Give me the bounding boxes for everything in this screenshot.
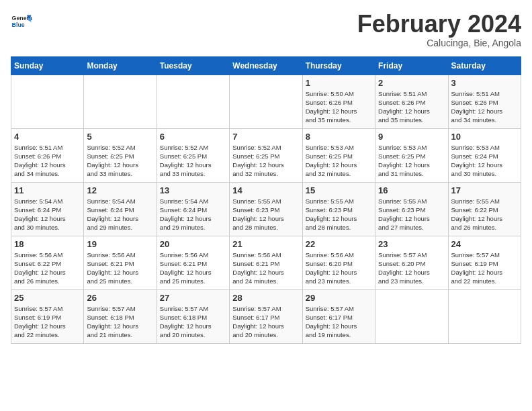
day-info: Sunrise: 5:53 AMSunset: 6:25 PMDaylight:…: [306, 143, 372, 179]
calendar-cell: 18Sunrise: 5:56 AMSunset: 6:22 PMDayligh…: [11, 236, 84, 289]
day-number: 29: [306, 293, 372, 303]
calendar-cell: [84, 75, 157, 128]
day-info: Sunrise: 5:56 AMSunset: 6:22 PMDaylight:…: [14, 250, 81, 286]
day-info: Sunrise: 5:50 AMSunset: 6:26 PMDaylight:…: [306, 89, 372, 125]
day-number: 1: [306, 78, 372, 88]
calendar-cell: 19Sunrise: 5:56 AMSunset: 6:21 PMDayligh…: [84, 236, 157, 289]
day-info: Sunrise: 5:57 AMSunset: 6:17 PMDaylight:…: [306, 304, 372, 340]
week-row-4: 18Sunrise: 5:56 AMSunset: 6:22 PMDayligh…: [11, 236, 521, 289]
calendar-cell: 21Sunrise: 5:56 AMSunset: 6:21 PMDayligh…: [230, 236, 302, 289]
day-number: 2: [378, 78, 445, 88]
calendar-cell: 9Sunrise: 5:53 AMSunset: 6:25 PMDaylight…: [375, 128, 448, 182]
calendar-cell: 11Sunrise: 5:54 AMSunset: 6:24 PMDayligh…: [11, 182, 84, 236]
day-number: 14: [232, 185, 299, 195]
calendar-cell: 4Sunrise: 5:51 AMSunset: 6:26 PMDaylight…: [11, 128, 84, 182]
day-info: Sunrise: 5:57 AMSunset: 6:19 PMDaylight:…: [14, 304, 81, 340]
calendar-cell: 14Sunrise: 5:55 AMSunset: 6:23 PMDayligh…: [230, 182, 302, 236]
calendar-cell: 24Sunrise: 5:57 AMSunset: 6:19 PMDayligh…: [448, 236, 521, 289]
day-info: Sunrise: 5:56 AMSunset: 6:20 PMDaylight:…: [306, 250, 372, 286]
day-number: 20: [160, 239, 226, 249]
day-number: 21: [232, 239, 299, 249]
calendar-cell: 23Sunrise: 5:57 AMSunset: 6:20 PMDayligh…: [375, 236, 448, 289]
day-info: Sunrise: 5:56 AMSunset: 6:21 PMDaylight:…: [87, 250, 153, 286]
day-info: Sunrise: 5:57 AMSunset: 6:17 PMDaylight:…: [232, 304, 299, 340]
day-info: Sunrise: 5:51 AMSunset: 6:26 PMDaylight:…: [378, 89, 445, 125]
calendar-cell: 28Sunrise: 5:57 AMSunset: 6:17 PMDayligh…: [230, 289, 302, 343]
day-number: 26: [87, 293, 153, 303]
day-info: Sunrise: 5:56 AMSunset: 6:21 PMDaylight:…: [232, 250, 299, 286]
svg-text:Blue: Blue: [12, 21, 25, 28]
calendar-cell: 26Sunrise: 5:57 AMSunset: 6:18 PMDayligh…: [84, 289, 157, 343]
location-subtitle: Calucinga, Bie, Angola: [357, 38, 521, 48]
day-number: 23: [378, 239, 445, 249]
calendar-cell: [448, 289, 521, 343]
day-number: 28: [232, 293, 299, 303]
day-info: Sunrise: 5:55 AMSunset: 6:22 PMDaylight:…: [451, 197, 518, 232]
title-block: February 2024 Calucinga, Bie, Angola: [357, 11, 521, 48]
day-number: 17: [451, 185, 518, 195]
calendar-cell: 27Sunrise: 5:57 AMSunset: 6:18 PMDayligh…: [157, 289, 229, 343]
week-row-1: 1Sunrise: 5:50 AMSunset: 6:26 PMDaylight…: [11, 75, 521, 128]
header-day-saturday: Saturday: [448, 56, 521, 75]
logo: General Blue: [11, 11, 32, 32]
day-number: 18: [14, 239, 81, 249]
day-number: 9: [378, 132, 445, 142]
day-info: Sunrise: 5:51 AMSunset: 6:26 PMDaylight:…: [451, 89, 518, 125]
day-info: Sunrise: 5:54 AMSunset: 6:24 PMDaylight:…: [160, 197, 226, 232]
calendar-cell: 3Sunrise: 5:51 AMSunset: 6:26 PMDaylight…: [448, 75, 521, 128]
day-info: Sunrise: 5:57 AMSunset: 6:19 PMDaylight:…: [451, 250, 518, 286]
calendar-cell: 22Sunrise: 5:56 AMSunset: 6:20 PMDayligh…: [302, 236, 375, 289]
calendar-cell: 29Sunrise: 5:57 AMSunset: 6:17 PMDayligh…: [302, 289, 375, 343]
day-info: Sunrise: 5:54 AMSunset: 6:24 PMDaylight:…: [14, 197, 81, 232]
day-number: 5: [87, 132, 153, 142]
calendar-cell: 10Sunrise: 5:53 AMSunset: 6:24 PMDayligh…: [448, 128, 521, 182]
calendar-cell: 6Sunrise: 5:52 AMSunset: 6:25 PMDaylight…: [157, 128, 229, 182]
day-number: 6: [160, 132, 226, 142]
calendar-cell: 15Sunrise: 5:55 AMSunset: 6:23 PMDayligh…: [302, 182, 375, 236]
day-number: 27: [160, 293, 226, 303]
day-info: Sunrise: 5:55 AMSunset: 6:23 PMDaylight:…: [378, 197, 445, 232]
calendar-cell: 13Sunrise: 5:54 AMSunset: 6:24 PMDayligh…: [157, 182, 229, 236]
calendar-cell: 2Sunrise: 5:51 AMSunset: 6:26 PMDaylight…: [375, 75, 448, 128]
day-number: 10: [451, 132, 518, 142]
calendar-cell: 5Sunrise: 5:52 AMSunset: 6:25 PMDaylight…: [84, 128, 157, 182]
day-number: 11: [14, 185, 81, 195]
calendar-cell: 12Sunrise: 5:54 AMSunset: 6:24 PMDayligh…: [84, 182, 157, 236]
day-number: 7: [232, 132, 299, 142]
day-number: 12: [87, 185, 153, 195]
calendar-cell: 7Sunrise: 5:52 AMSunset: 6:25 PMDaylight…: [230, 128, 302, 182]
day-number: 3: [451, 78, 518, 88]
day-info: Sunrise: 5:57 AMSunset: 6:18 PMDaylight:…: [160, 304, 226, 340]
header-day-monday: Monday: [84, 56, 157, 75]
header-day-tuesday: Tuesday: [157, 56, 229, 75]
day-info: Sunrise: 5:57 AMSunset: 6:18 PMDaylight:…: [87, 304, 153, 340]
page-header: General Blue February 2024 Calucinga, Bi…: [11, 11, 521, 48]
day-number: 16: [378, 185, 445, 195]
calendar-cell: 16Sunrise: 5:55 AMSunset: 6:23 PMDayligh…: [375, 182, 448, 236]
day-info: Sunrise: 5:52 AMSunset: 6:25 PMDaylight:…: [87, 143, 153, 179]
day-info: Sunrise: 5:55 AMSunset: 6:23 PMDaylight:…: [306, 197, 372, 232]
calendar-cell: [157, 75, 229, 128]
header-day-wednesday: Wednesday: [230, 56, 302, 75]
day-info: Sunrise: 5:54 AMSunset: 6:24 PMDaylight:…: [87, 197, 153, 232]
day-number: 22: [306, 239, 372, 249]
day-number: 4: [14, 132, 81, 142]
day-info: Sunrise: 5:55 AMSunset: 6:23 PMDaylight:…: [232, 197, 299, 232]
calendar-cell: [11, 75, 84, 128]
day-number: 13: [160, 185, 226, 195]
header-day-thursday: Thursday: [302, 56, 375, 75]
day-number: 19: [87, 239, 153, 249]
header-row: SundayMondayTuesdayWednesdayThursdayFrid…: [11, 56, 521, 75]
day-info: Sunrise: 5:51 AMSunset: 6:26 PMDaylight:…: [14, 143, 81, 179]
day-number: 8: [306, 132, 372, 142]
day-info: Sunrise: 5:56 AMSunset: 6:21 PMDaylight:…: [160, 250, 226, 286]
calendar-cell: [230, 75, 302, 128]
calendar-cell: [375, 289, 448, 343]
day-info: Sunrise: 5:57 AMSunset: 6:20 PMDaylight:…: [378, 250, 445, 286]
calendar-table: SundayMondayTuesdayWednesdayThursdayFrid…: [11, 56, 521, 344]
day-info: Sunrise: 5:52 AMSunset: 6:25 PMDaylight:…: [232, 143, 299, 179]
day-number: 25: [14, 293, 81, 303]
calendar-cell: 17Sunrise: 5:55 AMSunset: 6:22 PMDayligh…: [448, 182, 521, 236]
calendar-cell: 20Sunrise: 5:56 AMSunset: 6:21 PMDayligh…: [157, 236, 229, 289]
month-title: February 2024: [357, 11, 521, 38]
